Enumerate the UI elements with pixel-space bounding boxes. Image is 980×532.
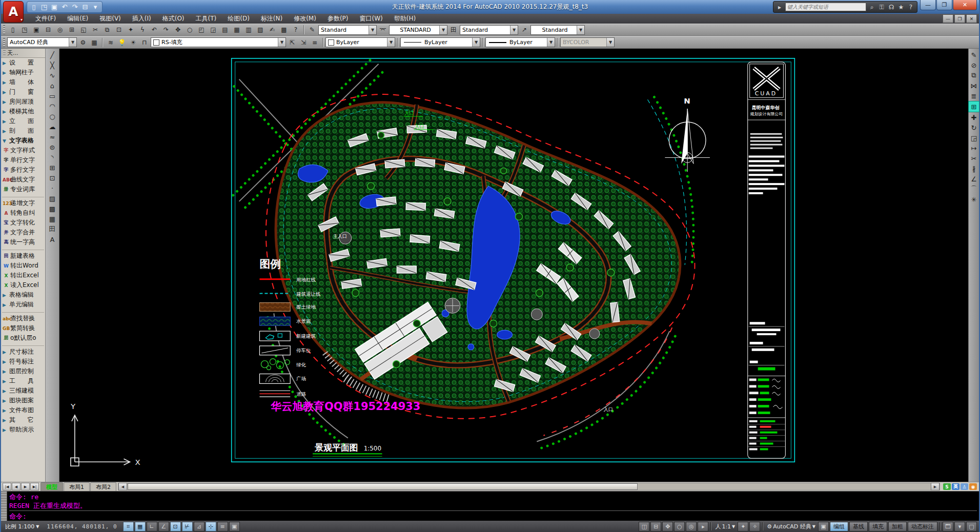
lwt-toggle[interactable]: ≡: [217, 522, 228, 531]
annotation-autoscale-icon[interactable]: ✧: [749, 522, 760, 531]
sidebar-item-33[interactable]: ▶符号标注: [1, 357, 45, 366]
favorites-star-icon[interactable]: ★: [897, 4, 905, 11]
sidebar-item-18[interactable]: 并文字合并: [1, 228, 45, 237]
paste-icon[interactable]: ⊡: [113, 25, 125, 35]
scrollbar-thumb[interactable]: [128, 483, 638, 490]
open-icon[interactable]: ◳: [39, 3, 49, 12]
revcloud-icon[interactable]: ☁: [47, 121, 57, 132]
mirror-icon[interactable]: ⋈: [969, 80, 979, 91]
sidebar-item-21[interactable]: 田新建表格: [1, 251, 45, 261]
ime-english-icon[interactable]: 英: [952, 483, 959, 490]
otrack-toggle[interactable]: ⊬: [182, 522, 193, 531]
layer-lock-icon[interactable]: ⊓: [139, 37, 150, 48]
ortho-toggle[interactable]: ∟: [147, 522, 157, 531]
sidebar-item-19[interactable]: 高统一字高: [1, 237, 45, 247]
sidebar-item-2[interactable]: ▶墙 体: [1, 77, 45, 87]
ducs-toggle[interactable]: ⊿: [194, 522, 205, 531]
sidebar-item-25[interactable]: ▶表格编辑: [1, 290, 45, 300]
zoom-window-icon[interactable]: ◰: [196, 25, 207, 35]
plot-icon[interactable]: ⊟: [80, 3, 90, 12]
offset-icon[interactable]: ≣: [969, 91, 979, 101]
copy-clip-icon[interactable]: ⧉: [101, 25, 113, 35]
first-tab-button[interactable]: |◀: [3, 483, 11, 490]
autocad-logo-button[interactable]: A▾: [3, 1, 24, 23]
drawing-canvas[interactable]: 入口 入口 主入口 入口 N: [59, 49, 968, 482]
sidebar-item-23[interactable]: X转出Excel: [1, 271, 45, 280]
sidebar-item-12[interactable]: ABC曲线文字: [1, 175, 45, 185]
doc-close-button[interactable]: ✕: [966, 14, 977, 23]
point-icon[interactable]: ·: [47, 183, 57, 193]
quick-view-layouts-icon[interactable]: ⊟: [650, 522, 661, 531]
table-style-dropdown[interactable]: Standard▼: [460, 25, 518, 35]
fill-button[interactable]: 填充: [869, 522, 887, 531]
export-icon[interactable]: ◱: [78, 25, 89, 35]
copy-icon[interactable]: ⧉: [969, 70, 979, 80]
table-icon[interactable]: 田: [47, 224, 57, 234]
mtext-icon[interactable]: A: [47, 234, 57, 244]
toolpalettes-icon[interactable]: ▥: [243, 25, 254, 35]
save-icon[interactable]: ▣: [50, 3, 59, 12]
sidebar-item-4[interactable]: ▶房间屋顶: [1, 97, 45, 107]
baseline-button[interactable]: 基线: [849, 522, 868, 531]
quickcalc-icon[interactable]: ▩: [278, 25, 290, 35]
sidebar-item-11[interactable]: 字多行文字: [1, 165, 45, 175]
sidebar-item-3[interactable]: ▶门 窗: [1, 87, 45, 97]
osnap-toggle[interactable]: ⊡: [170, 522, 181, 531]
sidebar-item-9[interactable]: 字文字样式: [1, 146, 45, 155]
ellipse-arc-icon[interactable]: ◝: [47, 152, 57, 162]
region-icon[interactable]: ▦: [47, 214, 57, 224]
tray-plot-icon[interactable]: 🗔: [943, 522, 953, 531]
make-layer-current-icon[interactable]: ⇱: [287, 37, 298, 48]
sidebar-item-35[interactable]: ▶工 具: [1, 376, 45, 386]
sidebar-item-28[interactable]: abc查找替换: [1, 314, 45, 323]
tab-layout1[interactable]: 布局1: [64, 482, 90, 491]
screen-menu-title[interactable]: 天...: [1, 49, 45, 58]
toolbar-grip[interactable]: [3, 25, 5, 34]
insert-block-icon[interactable]: ⊞: [47, 162, 57, 173]
binoculars-icon[interactable]: ⌕: [868, 4, 876, 11]
designcenter-icon[interactable]: ▦: [231, 25, 242, 35]
sidebar-item-34[interactable]: ▶图层控制: [1, 366, 45, 376]
linetype-dropdown[interactable]: ByLayer▼: [400, 37, 480, 47]
sidebar-item-26[interactable]: ▶单元编辑: [1, 300, 45, 310]
plot-icon[interactable]: ⊟: [43, 25, 54, 35]
sidebar-item-5[interactable]: ▶楼梯其他: [1, 107, 45, 116]
table-style-icon[interactable]: 田: [448, 25, 459, 35]
sidebar-item-38[interactable]: ▶文件布图: [1, 405, 45, 415]
circle-icon[interactable]: ○: [47, 111, 57, 121]
construction-line-icon[interactable]: ╳: [47, 60, 57, 70]
sidebar-item-30[interactable]: 层o默认层o: [1, 333, 45, 343]
next-tab-button[interactable]: ▶: [21, 483, 30, 490]
toolbar-lock-icon[interactable]: ▣: [818, 522, 829, 531]
menu-item-4[interactable]: 格式(O): [157, 14, 190, 23]
zoom-realtime-icon[interactable]: ○: [184, 25, 195, 35]
arc-icon[interactable]: ◠: [47, 101, 57, 111]
dynamic-dim-button[interactable]: 动态标注: [908, 522, 937, 531]
menu-item-9[interactable]: 参数(P): [322, 14, 354, 23]
qat-dropdown-icon[interactable]: ▾: [91, 3, 100, 12]
workspace-switcher[interactable]: ⚙AutoCAD 经典▼: [765, 523, 817, 530]
break-icon[interactable]: ∦: [969, 163, 979, 174]
stretch-icon[interactable]: ↦: [969, 143, 979, 153]
sidebar-item-29[interactable]: GB繁简转换: [1, 323, 45, 333]
zoom-previous-icon[interactable]: ◲: [208, 25, 219, 35]
array-icon[interactable]: ⊞: [968, 101, 979, 112]
toolbar-grip[interactable]: [3, 38, 5, 47]
qp-toggle[interactable]: ▣: [229, 522, 240, 531]
rectangle-icon[interactable]: ▭: [47, 91, 57, 101]
fillet-icon[interactable]: ⌒: [969, 184, 979, 194]
scroll-left-icon[interactable]: ◀: [118, 483, 127, 490]
open-icon[interactable]: ◳: [19, 25, 30, 35]
layer-freeze-icon[interactable]: ☀: [128, 37, 139, 48]
lineweight-dropdown[interactable]: ByLayer▼: [485, 37, 555, 47]
annotation-visibility-icon[interactable]: ✦: [738, 522, 748, 531]
match-properties-icon[interactable]: ✦: [125, 25, 136, 35]
dim-style-icon[interactable]: ⌤: [377, 25, 389, 35]
markup-icon[interactable]: ✍: [267, 25, 278, 35]
workspace-save-icon[interactable]: ▦: [89, 37, 100, 48]
ime-feed-icon[interactable]: ◉: [969, 483, 977, 490]
doc-minimize-button[interactable]: —: [943, 14, 953, 23]
ellipse-icon[interactable]: ⊜: [47, 142, 57, 152]
sidebar-item-16[interactable]: A转角自纠: [1, 208, 45, 218]
sidebar-item-39[interactable]: ▶其 它: [1, 415, 45, 425]
